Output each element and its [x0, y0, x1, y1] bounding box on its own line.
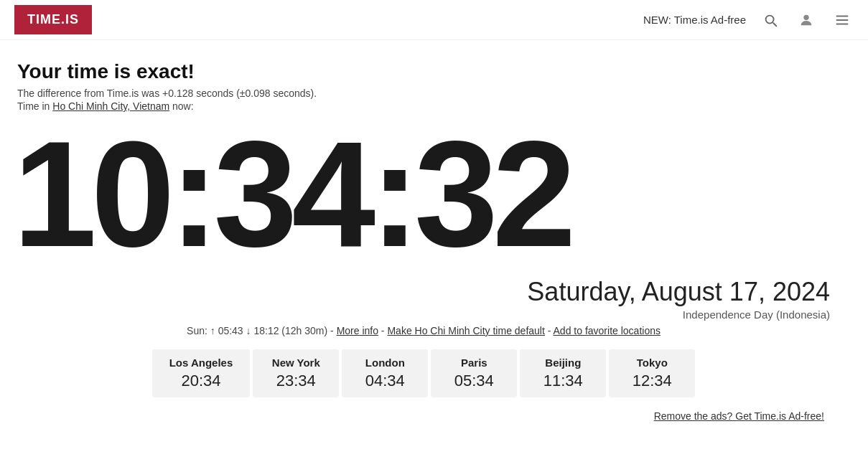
header-right: NEW: Time.is Ad-free	[643, 9, 854, 32]
logo[interactable]: TIME.IS	[14, 5, 92, 34]
sun-info: Sun: ↑ 05:43 ↓ 18:12 (12h 30m) - More in…	[17, 325, 830, 336]
add-favorite-link[interactable]: Add to favorite locations	[554, 325, 661, 336]
ad-free-header-link[interactable]: NEW: Time.is Ad-free	[643, 14, 746, 26]
ad-free-row: Remove the ads? Get Time.is Ad-free!	[17, 410, 830, 422]
city-card[interactable]: New York23:34	[253, 349, 339, 397]
exact-title: Your time is exact!	[17, 60, 830, 83]
city-card[interactable]: Tokyo12:34	[609, 349, 695, 397]
main-content: Your time is exact! The difference from …	[0, 40, 847, 436]
city-name: Paris	[448, 357, 500, 369]
date-main: Saturday, August 17, 2024	[17, 277, 830, 307]
city-time: 11:34	[537, 372, 589, 390]
hamburger-icon	[834, 12, 850, 28]
menu-button[interactable]	[831, 9, 854, 32]
svg-rect-2	[836, 19, 849, 21]
city-name: London	[359, 357, 411, 369]
city-name: Tokyo	[626, 357, 678, 369]
svg-rect-3	[836, 23, 849, 24]
city-card[interactable]: Paris05:34	[431, 349, 517, 397]
search-button[interactable]	[759, 9, 782, 32]
city-time: 05:34	[448, 372, 500, 390]
world-clocks: Los Angeles20:34New York23:34London04:34…	[17, 349, 830, 397]
ad-free-link[interactable]: Remove the ads? Get Time.is Ad-free!	[654, 410, 824, 422]
city-name: Los Angeles	[169, 357, 233, 369]
search-icon	[762, 12, 778, 28]
make-default-link[interactable]: Make Ho Chi Minh City time default	[387, 325, 544, 336]
city-time: 23:34	[270, 372, 322, 390]
user-button[interactable]	[795, 9, 818, 32]
sun-info-middle: -	[378, 325, 387, 336]
city-name: New York	[270, 357, 322, 369]
clock-display: 10:34:32	[13, 119, 830, 270]
sun-info-end: -	[545, 325, 554, 336]
city-card[interactable]: Los Angeles20:34	[152, 349, 251, 397]
sun-info-prefix: Sun: ↑ 05:43 ↓ 18:12 (12h 30m) -	[187, 325, 337, 336]
time-description: The difference from Time.is was +0.128 s…	[17, 88, 830, 99]
date-section: Saturday, August 17, 2024 Independence D…	[17, 277, 830, 321]
more-info-link[interactable]: More info	[337, 325, 378, 336]
city-time: 04:34	[359, 372, 411, 390]
date-holiday: Independence Day (Indonesia)	[17, 308, 830, 321]
city-name: Beijing	[537, 357, 589, 369]
city-card[interactable]: Beijing11:34	[520, 349, 606, 397]
header: TIME.IS NEW: Time.is Ad-free	[0, 0, 868, 40]
svg-point-0	[803, 14, 808, 19]
user-icon	[798, 12, 814, 28]
city-card[interactable]: London04:34	[342, 349, 428, 397]
city-time: 20:34	[169, 372, 233, 390]
svg-rect-1	[836, 15, 849, 16]
city-time: 12:34	[626, 372, 678, 390]
